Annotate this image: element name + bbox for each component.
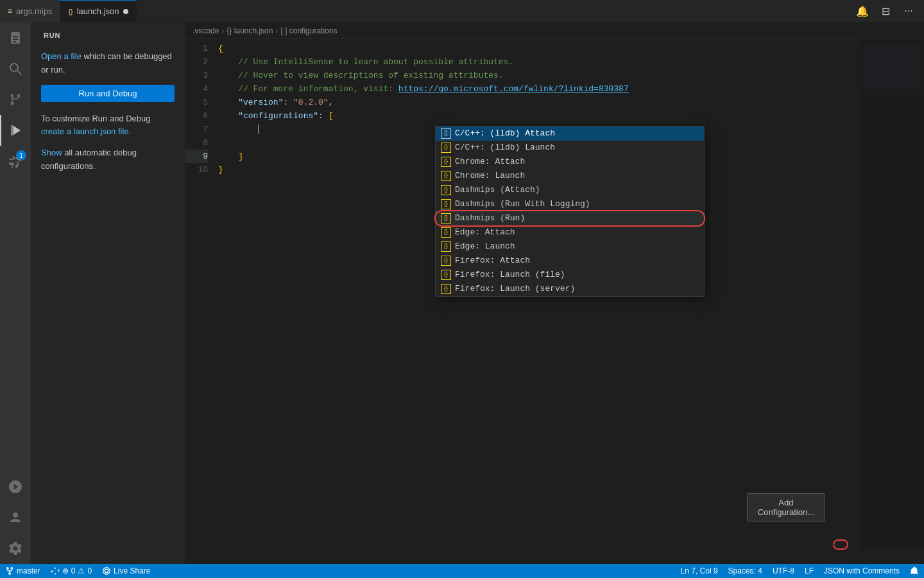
item-label: Edge: Attach [455,226,699,239]
sidebar-open-file-text: Open a file which can be debugged or run… [41,50,175,77]
item-icon: [] [441,128,451,139]
activity-settings[interactable] [0,533,31,564]
breadcrumb-configurations: [ ] configurations [280,26,337,35]
warning-count: 0 [87,566,92,575]
tab-modified-dot [123,9,128,14]
status-encoding[interactable]: UTF-8 [767,564,800,578]
editor-area: .vscode › {} launch.json › [ ] configura… [185,22,924,564]
item-icon: {} [441,227,451,238]
item-icon: {} [441,171,451,181]
activity-remote[interactable] [0,471,31,502]
item-icon: {} [441,185,451,195]
status-language[interactable]: JSON with Comments [819,564,905,578]
status-sync[interactable]: ⊗ 0 ⚠ 0 [46,564,97,578]
item-icon: {} [441,157,451,167]
status-branch[interactable]: master [0,564,46,578]
activity-files[interactable] [0,22,31,53]
status-line-col[interactable]: Ln 7, Col 9 [676,564,723,578]
layout-icon[interactable]: ⊟ [877,2,894,20]
sync-errors: ⊗ [62,566,69,575]
item-icon: {} [441,213,451,223]
item-label: Chrome: Launch [455,170,699,182]
show-link[interactable]: Show [41,148,62,157]
spaces-label: Spaces: 4 [728,566,762,575]
live-share-label: Live Share [114,566,150,575]
autocomplete-item-edge-launch[interactable]: {} Edge: Launch [436,240,704,254]
item-label: Firefox: Launch (file) [455,268,699,281]
autocomplete-item-dashmips-run[interactable]: {} Dashmips (Run) [436,211,704,225]
autocomplete-item-chrome-launch[interactable]: {} Chrome: Launch [436,169,704,183]
autocomplete-item-firefox-launch-file[interactable]: {} Firefox: Launch (file) [436,268,704,282]
sidebar-content: Open a file which can be debugged or run… [31,45,185,564]
item-label: Dashmips (Run) [455,212,699,225]
tab-args-icon: ≡ [8,6,12,15]
line-numbers: 1 2 3 4 5 6 7 8 9 10 [185,42,216,177]
svg-point-0 [10,64,18,71]
activity-source-control[interactable] [0,84,31,115]
activity-run[interactable] [0,115,31,146]
autocomplete-item-dashmips-logging[interactable]: {} Dashmips (Run With Logging) [436,197,704,211]
tab-args[interactable]: ≡ args.mips [0,0,60,22]
svg-point-4 [11,94,14,98]
activity-search[interactable] [0,53,31,84]
status-live-share[interactable]: Live Share [97,564,155,578]
create-launch-link[interactable]: create a launch.json file [41,127,129,136]
autocomplete-item-cpp-launch[interactable]: {} C/C++: (lldb) Launch [436,141,704,155]
activity-extensions[interactable]: 1 [0,146,31,177]
status-bar: master ⊗ 0 ⚠ 0 Live Share Ln 7, Col 9 [0,564,924,578]
customize-period: . [129,127,132,136]
item-label: C/C++: (lldb) Launch [455,141,699,154]
svg-point-6 [13,512,18,518]
run-debug-button[interactable]: Run and Debug [41,85,175,102]
autocomplete-item-chrome-attach[interactable]: {} Chrome: Attach [436,155,704,169]
status-bell[interactable] [905,564,924,578]
notifications-icon[interactable]: 🔔 [853,2,871,20]
encoding-label: UTF-8 [773,566,794,575]
add-config-circle-annotation [833,539,848,550]
status-spaces[interactable]: Spaces: 4 [723,564,767,578]
item-label: Chrome: Attach [455,155,699,168]
svg-point-2 [11,102,14,105]
svg-rect-5 [11,125,13,136]
tab-launch[interactable]: {} launch.json [60,0,136,22]
tab-args-label: args.mips [16,6,52,16]
autocomplete-item-firefox-attach[interactable]: {} Firefox: Attach [436,254,704,268]
eol-label: LF [805,566,814,575]
show-auto-debug-text: Show all automatic debug configurations. [41,146,175,173]
item-label: Dashmips (Attach) [455,184,699,197]
item-icon: {} [441,241,451,252]
sidebar: RUN Open a file which can be debugged or… [31,22,185,564]
line-col: Ln 7, Col 9 [681,566,718,575]
svg-point-7 [105,569,108,572]
status-right: Ln 7, Col 9 Spaces: 4 UTF-8 LF JSON with… [676,564,924,578]
customize-text: To customize Run and Debug create a laun… [41,112,175,139]
svg-point-3 [17,94,21,98]
warning-icon: ⚠ [78,566,85,575]
code-editor[interactable]: 1 2 3 4 5 6 7 8 9 10 { // Use IntelliSen… [185,39,924,564]
item-label: Firefox: Launch (server) [455,283,699,295]
item-label: C/C++: (lldb) Attach [455,127,699,140]
item-icon: {} [441,256,451,266]
item-icon: {} [441,284,451,294]
autocomplete-item-cpp-attach[interactable]: [] C/C++: (lldb) Attach [436,127,704,141]
autocomplete-item-dashmips-attach[interactable]: {} Dashmips (Attach) [436,183,704,197]
item-icon: {} [441,270,451,280]
status-left: master ⊗ 0 ⚠ 0 Live Share [0,564,155,578]
svg-line-1 [17,71,21,74]
autocomplete-item-edge-attach[interactable]: {} Edge: Attach [436,225,704,240]
activity-account[interactable] [0,502,31,533]
status-eol[interactable]: LF [800,564,819,578]
autocomplete-item-firefox-launch-server[interactable]: {} Firefox: Launch (server) [436,282,704,296]
item-label: Dashmips (Run With Logging) [455,198,699,211]
branch-name: master [17,566,40,575]
breadcrumb-vscode: .vscode [193,26,219,35]
sidebar-header: RUN [31,22,185,45]
autocomplete-dropdown: [] C/C++: (lldb) Attach {} C/C++: (lldb)… [435,126,705,297]
add-configuration-button[interactable]: Add Configuration... [747,493,825,521]
activity-bar: 1 [0,22,31,564]
more-icon[interactable]: ··· [900,2,918,20]
breadcrumb-launch: {} launch.json [227,26,273,35]
language-label: JSON with Comments [824,566,900,575]
item-label: Firefox: Attach [455,254,699,267]
open-file-link[interactable]: Open a file [41,51,81,61]
